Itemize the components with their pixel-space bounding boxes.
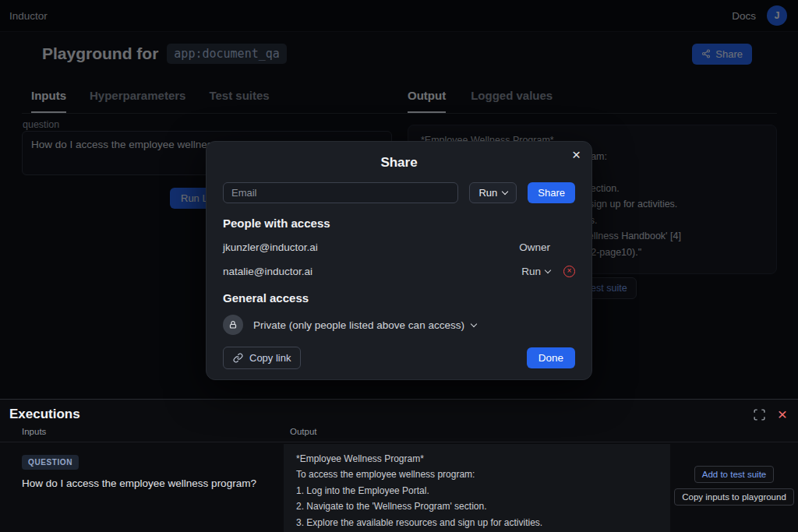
copy-link-button[interactable]: Copy link bbox=[223, 347, 301, 369]
person-email: natalie@inductor.ai bbox=[223, 266, 503, 277]
executions-row: QUESTION How do I access the employee we… bbox=[0, 444, 798, 532]
maximize-icon[interactable] bbox=[753, 408, 766, 421]
executions-header: Executions × bbox=[0, 400, 798, 426]
chevron-down-icon bbox=[502, 188, 508, 195]
execution-output-line: 3. Explore the available resources and s… bbox=[296, 515, 658, 530]
execution-add-to-test-suite-button[interactable]: Add to test suite bbox=[694, 466, 774, 483]
column-header-output: Output bbox=[290, 427, 317, 436]
execution-output-line: 2. Navigate to the 'Wellness Program' se… bbox=[296, 499, 658, 514]
remove-person-icon[interactable]: × bbox=[563, 266, 575, 277]
executions-header-icons: × bbox=[753, 408, 787, 421]
person-icon-slot: × bbox=[550, 266, 575, 277]
app-window: Inductor Docs J Playground for app:docum… bbox=[0, 0, 798, 532]
invite-role-dropdown[interactable]: Run bbox=[469, 182, 517, 203]
link-icon bbox=[233, 353, 243, 363]
executions-panel: Executions × Inputs Output QUESTION How … bbox=[0, 399, 798, 532]
person-row: natalie@inductor.ai Run × bbox=[223, 264, 575, 278]
executions-title: Executions bbox=[9, 407, 80, 422]
column-header-inputs: Inputs bbox=[22, 427, 46, 436]
share-modal: × Share Run Share People with access jku… bbox=[206, 141, 592, 380]
person-row: jkunzler@inductor.ai Owner bbox=[223, 240, 575, 254]
general-access-value: Private (only people listed above can ac… bbox=[253, 319, 476, 331]
question-badge: QUESTION bbox=[22, 455, 79, 470]
execution-output-line: *Employee Wellness Program* bbox=[296, 451, 658, 467]
person-role-owner: Owner bbox=[503, 241, 550, 253]
general-access-heading: General access bbox=[223, 291, 575, 305]
execution-output-line: To access the employee wellness program: bbox=[296, 467, 658, 482]
modal-footer: Copy link Done bbox=[223, 347, 575, 369]
execution-question-text: How do I access the employee wellness pr… bbox=[22, 477, 271, 489]
lock-icon bbox=[223, 315, 243, 335]
chevron-down-icon bbox=[471, 320, 477, 326]
share-modal-title: Share bbox=[223, 155, 575, 171]
execution-output-cell: *Employee Wellness Program* To access th… bbox=[284, 444, 670, 532]
close-modal-icon[interactable]: × bbox=[572, 146, 581, 164]
execution-inputs-cell: QUESTION How do I access the employee we… bbox=[22, 454, 271, 489]
invite-row: Run Share bbox=[223, 182, 575, 203]
execution-actions: Add to test suite Copy inputs to playgro… bbox=[670, 444, 798, 532]
copy-inputs-to-playground-button[interactable]: Copy inputs to playground bbox=[674, 488, 794, 506]
execution-output-line: 1. Log into the Employee Portal. bbox=[296, 483, 658, 499]
person-role-dropdown[interactable]: Run bbox=[503, 266, 550, 277]
done-button[interactable]: Done bbox=[527, 347, 575, 368]
general-access-dropdown[interactable]: Private (only people listed above can ac… bbox=[223, 315, 575, 335]
email-input[interactable] bbox=[223, 182, 458, 203]
executions-column-headers: Inputs Output bbox=[0, 426, 798, 442]
close-executions-icon[interactable]: × bbox=[778, 409, 787, 420]
person-email: jkunzler@inductor.ai bbox=[223, 241, 503, 253]
people-with-access-heading: People with access bbox=[223, 217, 575, 230]
modal-share-button[interactable]: Share bbox=[528, 182, 575, 203]
